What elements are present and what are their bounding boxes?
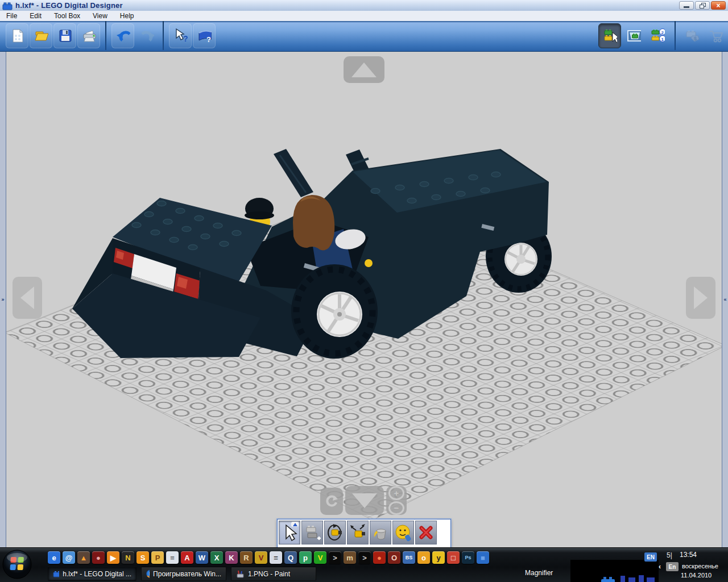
- pan-left-button[interactable]: [13, 277, 42, 319]
- right-palette-expander[interactable]: «: [722, 52, 728, 547]
- open-file-button[interactable]: [30, 23, 52, 48]
- quicklaunch-antivirus[interactable]: V: [314, 551, 326, 564]
- minimize-button[interactable]: [679, 1, 694, 10]
- quicklaunch-red-disc-app[interactable]: ●: [92, 551, 105, 564]
- quicklaunch-command-prompt[interactable]: >: [329, 551, 341, 564]
- user-manual-button[interactable]: ?: [193, 23, 216, 48]
- expander-glyph: «: [723, 297, 726, 302]
- tool-expand-badge[interactable]: [291, 522, 299, 527]
- redo-button[interactable]: [135, 23, 158, 48]
- media-player-icon: [146, 569, 150, 578]
- selection-tool-button[interactable]: [279, 521, 300, 544]
- quicklaunch-cd-burner[interactable]: ▲: [77, 551, 90, 564]
- menu-toolbox[interactable]: Tool Box: [48, 11, 86, 21]
- minifig-face-icon: [394, 523, 412, 542]
- menu-help[interactable]: Help: [114, 11, 140, 21]
- quicklaunch-window-red-app[interactable]: □: [447, 551, 460, 564]
- taskbar-button-paint[interactable]: 1.PNG - Paint: [231, 567, 316, 581]
- view-mode-button[interactable]: [622, 23, 645, 48]
- quicklaunch-bs-app[interactable]: BS: [403, 551, 415, 564]
- undo-button[interactable]: [111, 23, 134, 48]
- delete-x-icon: [417, 523, 435, 542]
- task-label: Проигрыватель Win...: [153, 570, 221, 578]
- taskbar-button-wmp[interactable]: Проигрыватель Win...: [141, 567, 226, 581]
- taskbar-button-ldd[interactable]: h.lxf* - LEGO Digital ...: [48, 567, 136, 581]
- decoration-tool-button[interactable]: [392, 521, 414, 544]
- quicklaunch-photoshop[interactable]: Ps: [462, 551, 474, 564]
- language-indicator[interactable]: En: [666, 562, 679, 571]
- quicklaunch-creature-app[interactable]: m: [344, 551, 356, 564]
- quicklaunch-eye-app[interactable]: o: [417, 551, 430, 564]
- title-bar[interactable]: h.lxf* - LEGO Digital Designer ×: [0, 0, 728, 11]
- menu-view[interactable]: View: [86, 11, 114, 21]
- paint-tool-button[interactable]: [370, 521, 391, 544]
- rear-wheel: [291, 264, 378, 359]
- save-file-button[interactable]: [53, 23, 76, 48]
- hinge-align-tool-button[interactable]: [347, 521, 369, 544]
- quicklaunch-nero[interactable]: ●: [373, 551, 386, 564]
- quicklaunch-windows-media-player[interactable]: ▶: [107, 551, 119, 564]
- zoom-out-button[interactable]: −: [388, 501, 404, 516]
- pan-up-button[interactable]: [344, 56, 384, 83]
- viewport-3d-canvas[interactable]: [0, 52, 728, 547]
- magnifier-label: Magnifier: [525, 569, 553, 577]
- quicklaunch-disc-app[interactable]: O: [388, 551, 400, 564]
- svg-text:?: ?: [206, 35, 211, 44]
- tray-weekday: воскресенье: [682, 563, 718, 569]
- menu-edit[interactable]: Edit: [23, 11, 48, 21]
- language-indicator-top[interactable]: EN: [644, 552, 657, 562]
- zoom-in-button[interactable]: +: [388, 486, 404, 500]
- quicklaunch-lego-digital-designer[interactable]: ■: [477, 551, 489, 564]
- svg-text:?: ?: [183, 34, 188, 43]
- tray-icons[interactable]: 5|: [667, 551, 672, 559]
- rotate-icon: [324, 494, 339, 509]
- save-floppy-icon: [57, 28, 72, 44]
- rotate-view-button[interactable]: [320, 488, 343, 515]
- building-guide-mode-button[interactable]: 2 1: [646, 23, 669, 48]
- new-document-button[interactable]: [6, 23, 28, 48]
- quicklaunch-program-manager[interactable]: ≡: [166, 551, 179, 564]
- quicklaunch-word[interactable]: W: [196, 551, 208, 564]
- quicklaunch-command-prompt-2[interactable]: >: [358, 551, 371, 564]
- quicklaunch-pictures-folder[interactable]: P: [151, 551, 164, 564]
- quicklaunch-clock-utility[interactable]: Q: [284, 551, 297, 564]
- hinge-align-icon: [349, 523, 367, 542]
- context-help-button[interactable]: ?: [169, 23, 192, 48]
- quicklaunch-calculator[interactable]: =: [270, 551, 282, 564]
- build-mode-button[interactable]: [598, 23, 621, 48]
- viewport: » « + −: [0, 52, 728, 547]
- menu-file[interactable]: File: [0, 11, 23, 21]
- delete-tool-button[interactable]: [415, 521, 437, 544]
- quicklaunch-orange-ball-app[interactable]: S: [136, 551, 149, 564]
- quicklaunch-winrar[interactable]: R: [240, 551, 253, 564]
- restore-button[interactable]: [695, 1, 710, 10]
- manual-book-icon: ?: [197, 28, 212, 44]
- pan-down-button[interactable]: [345, 486, 384, 515]
- tray-chevron[interactable]: ‹: [659, 563, 661, 571]
- lego-brick-icon: [2, 1, 13, 11]
- print-button[interactable]: [77, 23, 100, 48]
- system-tray: EN 5| 13:54 ‹ En воскресенье 11.04.2010: [637, 548, 728, 582]
- quicklaunch-award-app[interactable]: V: [255, 551, 267, 564]
- lego-brick-icon: [53, 570, 59, 578]
- hinge-tool-button[interactable]: [324, 521, 346, 544]
- quicklaunch-parrot-app[interactable]: p: [299, 551, 312, 564]
- quicklaunch-key-app[interactable]: K: [225, 551, 238, 564]
- quicklaunch-adobe-reader[interactable]: A: [181, 551, 193, 564]
- tool-palette: [277, 519, 451, 547]
- quicklaunch-winamp[interactable]: N: [122, 551, 134, 564]
- tray-clock[interactable]: 13:54: [680, 551, 697, 559]
- pan-right-button[interactable]: [686, 277, 715, 319]
- svg-text:2: 2: [661, 30, 664, 35]
- building-guide-icon: 2 1: [650, 28, 665, 44]
- quicklaunch-mail-client[interactable]: @: [63, 551, 75, 564]
- quicklaunch-stethoscope-app[interactable]: y: [432, 551, 445, 564]
- start-button[interactable]: [2, 549, 33, 580]
- quicklaunch-internet-explorer[interactable]: e: [48, 551, 60, 564]
- clone-tool-button[interactable]: [301, 521, 323, 544]
- quicklaunch-excel[interactable]: X: [210, 551, 223, 564]
- left-palette-expander[interactable]: »: [0, 52, 6, 547]
- price-brick-icon: $: [684, 28, 699, 44]
- close-button[interactable]: ×: [711, 1, 726, 10]
- redo-icon: [139, 28, 154, 44]
